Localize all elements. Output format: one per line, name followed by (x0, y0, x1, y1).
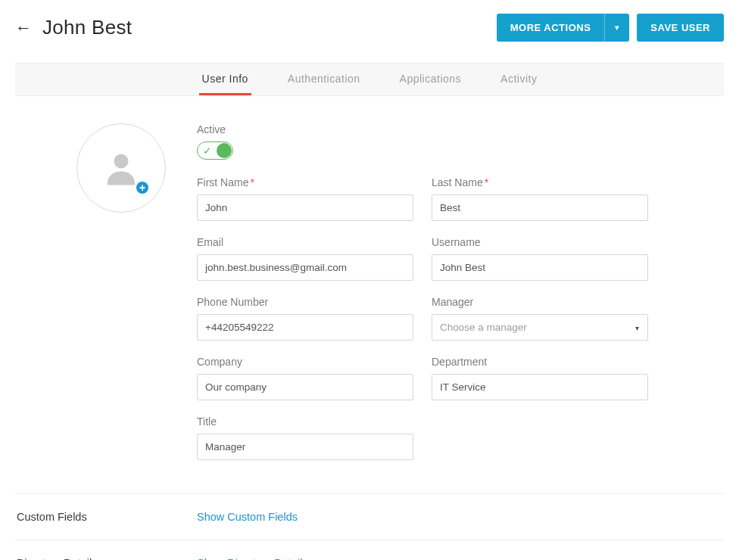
company-label: Company (197, 356, 413, 368)
custom-fields-section: Custom Fields Show Custom Fields (15, 493, 724, 540)
avatar[interactable]: + (76, 123, 166, 213)
last-name-label: Last Name (432, 176, 483, 188)
active-label: Active (197, 123, 648, 135)
back-arrow-icon[interactable]: ← (15, 20, 32, 36)
more-actions-group: MORE ACTIONS ▾ (497, 14, 630, 42)
show-custom-fields-link[interactable]: Show Custom Fields (197, 511, 298, 523)
more-actions-button[interactable]: MORE ACTIONS (497, 14, 605, 42)
show-directory-details-link[interactable]: Show Directory Details (197, 557, 308, 560)
directory-details-section: Directory Details Show Directory Details (15, 540, 724, 560)
person-icon (101, 148, 142, 188)
email-label: Email (197, 236, 413, 248)
first-name-input[interactable] (197, 194, 413, 221)
last-name-field: Last Name* (432, 176, 648, 221)
phone-input[interactable] (197, 314, 413, 341)
tabs-bar: User Info Authentication Applications Ac… (15, 63, 724, 96)
last-name-input[interactable] (432, 194, 648, 221)
avatar-add-icon[interactable]: + (135, 180, 150, 195)
header-left: ← John Best (15, 16, 132, 39)
manager-label: Manager (432, 296, 648, 308)
department-label: Department (432, 356, 648, 368)
active-field: Active ✓ (197, 123, 648, 160)
tab-authentication[interactable]: Authentication (285, 64, 363, 95)
check-icon: ✓ (203, 145, 212, 157)
department-input[interactable] (432, 374, 648, 400)
email-field: Email (197, 236, 413, 281)
tab-applications[interactable]: Applications (397, 64, 465, 95)
toggle-knob (217, 143, 232, 158)
email-input[interactable] (197, 254, 413, 281)
directory-details-label: Directory Details (15, 557, 197, 560)
avatar-column: + (15, 123, 197, 475)
title-label: Title (197, 415, 413, 428)
manager-select[interactable]: Choose a manager (432, 314, 648, 341)
company-field: Company (197, 356, 413, 400)
svg-point-0 (114, 154, 129, 169)
first-name-field: First Name* (197, 176, 413, 221)
first-name-label: First Name (197, 176, 248, 188)
phone-label: Phone Number (197, 296, 413, 308)
chevron-down-icon: ▾ (615, 23, 619, 33)
header-actions: MORE ACTIONS ▾ SAVE USER (497, 14, 724, 42)
page-header: ← John Best MORE ACTIONS ▾ SAVE USER (15, 14, 724, 42)
required-marker: * (250, 176, 254, 188)
username-input[interactable] (432, 254, 648, 281)
active-toggle[interactable]: ✓ (197, 142, 233, 160)
tab-activity[interactable]: Activity (497, 64, 540, 95)
phone-field: Phone Number (197, 296, 413, 341)
manager-field: Manager Choose a manager ▾ (432, 296, 648, 341)
more-actions-dropdown-button[interactable]: ▾ (604, 14, 629, 42)
required-marker: * (485, 176, 488, 188)
username-label: Username (432, 236, 648, 248)
form-area: + Active ✓ First Name* (15, 96, 724, 493)
company-input[interactable] (197, 374, 413, 400)
tab-user-info[interactable]: User Info (199, 64, 251, 95)
save-user-button[interactable]: SAVE USER (637, 14, 724, 42)
fields-column: Active ✓ First Name* Last Name* (197, 123, 724, 475)
title-field: Title (197, 415, 413, 460)
page-title: John Best (42, 16, 132, 39)
custom-fields-label: Custom Fields (15, 511, 197, 523)
title-input[interactable] (197, 434, 413, 460)
username-field: Username (432, 236, 648, 281)
department-field: Department (432, 356, 648, 400)
